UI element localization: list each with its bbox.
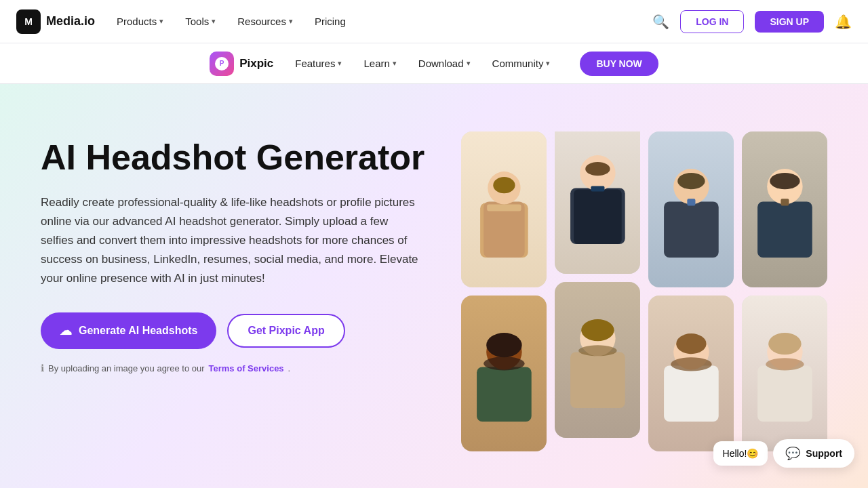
hero-buttons: ☁ Generate AI Headshots Get Pixpic App xyxy=(41,312,434,349)
svg-point-13 xyxy=(677,173,705,189)
nav-products[interactable]: Products ▾ xyxy=(117,16,163,27)
sec-nav-community[interactable]: Community ▾ xyxy=(492,58,551,69)
svg-point-32 xyxy=(768,333,801,354)
nav-tools[interactable]: Tools ▾ xyxy=(185,16,216,27)
hero-title: AI Headshot Generator xyxy=(41,138,434,177)
svg-point-21 xyxy=(484,357,524,370)
svg-rect-8 xyxy=(591,186,604,191)
logo-text: Media.io xyxy=(46,14,95,28)
search-icon[interactable]: 🔍 xyxy=(652,14,669,30)
terms-of-service-link[interactable]: Terms of Services xyxy=(209,363,284,373)
chevron-down-icon: ▾ xyxy=(338,59,342,68)
svg-rect-30 xyxy=(757,365,812,422)
headshot-card-1 xyxy=(461,131,547,287)
svg-rect-4 xyxy=(487,204,521,211)
cloud-upload-icon: ☁ xyxy=(60,323,72,338)
chevron-down-icon: ▾ xyxy=(546,59,550,68)
support-button[interactable]: 💬 Support xyxy=(773,439,854,468)
svg-rect-14 xyxy=(757,201,812,258)
chat-icon: 💬 xyxy=(785,446,800,461)
support-widget: Hello!😊 💬 Support xyxy=(713,439,854,468)
svg-rect-22 xyxy=(570,352,625,408)
generate-headshots-button[interactable]: ☁ Generate AI Headshots xyxy=(41,312,216,349)
buy-now-button[interactable]: BUY NOW xyxy=(580,52,658,76)
svg-rect-6 xyxy=(574,189,622,244)
bell-icon[interactable]: 🔔 xyxy=(835,14,852,30)
login-button[interactable]: LOG IN xyxy=(680,10,744,33)
top-navigation: M Media.io Products ▾ Tools ▾ Resources … xyxy=(0,0,868,43)
svg-rect-16 xyxy=(781,199,789,205)
hero-description: Readily create professional-quality & li… xyxy=(41,193,420,288)
sec-nav-learn[interactable]: Learn ▾ xyxy=(363,58,396,69)
portrait-female-1 xyxy=(461,296,547,451)
chevron-down-icon: ▾ xyxy=(467,59,471,68)
headshot-grid xyxy=(461,131,827,451)
pixpic-brand-name: Pixpic xyxy=(239,57,273,70)
nav-pricing[interactable]: Pricing xyxy=(315,16,346,27)
upload-terms-note: ℹ By uploading an image you agree to our… xyxy=(41,363,434,373)
headshot-card-7 xyxy=(648,296,734,451)
headshot-card-2 xyxy=(555,131,640,274)
headshot-card-4 xyxy=(742,131,827,287)
headshot-card-6 xyxy=(555,282,640,438)
logo[interactable]: M Media.io xyxy=(16,9,95,34)
svg-rect-10 xyxy=(664,201,719,258)
svg-point-25 xyxy=(578,345,616,356)
portrait-male-4 xyxy=(742,131,827,287)
svg-point-17 xyxy=(770,173,800,189)
pixpic-navigation: P Pixpic Features ▾ Learn ▾ Download ▾ C… xyxy=(0,43,868,84)
svg-rect-26 xyxy=(664,365,719,422)
pixpic-brand[interactable]: P Pixpic xyxy=(210,52,273,76)
portrait-male-3 xyxy=(648,131,734,287)
svg-point-29 xyxy=(671,357,711,371)
svg-point-24 xyxy=(581,319,614,341)
headshot-card-8 xyxy=(742,296,827,451)
top-nav-right: 🔍 LOG IN SIGN UP 🔔 xyxy=(652,10,852,33)
svg-point-9 xyxy=(585,162,610,176)
sec-nav-features[interactable]: Features ▾ xyxy=(295,58,342,69)
portrait-female-3 xyxy=(648,296,734,451)
sec-nav-download[interactable]: Download ▾ xyxy=(418,58,471,69)
chevron-down-icon: ▾ xyxy=(212,17,216,26)
portrait-male-2 xyxy=(555,131,640,274)
chevron-down-icon: ▾ xyxy=(159,17,163,26)
hero-section: AI Headshot Generator Readily create pro… xyxy=(0,84,868,488)
svg-rect-12 xyxy=(687,199,695,205)
pixpic-logo-icon: P xyxy=(210,52,234,76)
logo-icon: M xyxy=(16,9,41,34)
portrait-female-4 xyxy=(742,296,827,451)
hero-left-content: AI Headshot Generator Readily create pro… xyxy=(41,125,434,373)
signup-button[interactable]: SIGN UP xyxy=(755,11,824,33)
pixpic-logo-inner: P xyxy=(215,57,229,70)
chevron-down-icon: ▾ xyxy=(393,59,397,68)
headshot-card-5 xyxy=(461,296,547,451)
svg-point-28 xyxy=(676,333,706,354)
portrait-female-2 xyxy=(555,282,640,438)
headshot-card-3 xyxy=(648,131,734,287)
get-pixpic-app-button[interactable]: Get Pixpic App xyxy=(227,314,344,348)
nav-resources[interactable]: Resources ▾ xyxy=(237,16,293,27)
chevron-down-icon: ▾ xyxy=(289,17,293,26)
svg-point-3 xyxy=(493,177,515,193)
portrait-male-1 xyxy=(461,131,547,287)
svg-point-33 xyxy=(766,358,804,370)
top-nav-left: M Media.io Products ▾ Tools ▾ Resources … xyxy=(16,9,346,34)
svg-rect-18 xyxy=(477,367,532,422)
info-icon: ℹ xyxy=(41,363,44,373)
hello-bubble: Hello!😊 xyxy=(713,441,768,466)
svg-point-20 xyxy=(486,333,521,357)
